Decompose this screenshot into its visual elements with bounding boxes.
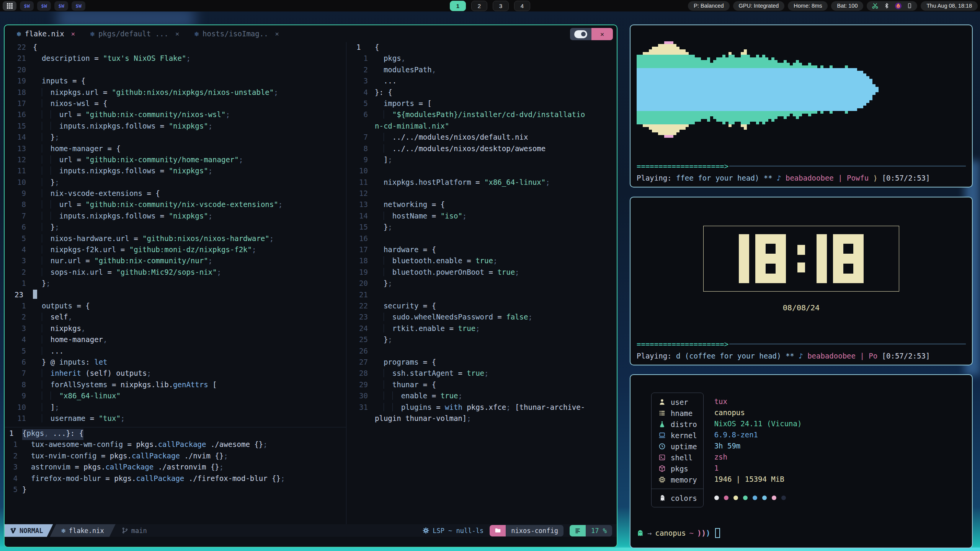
titlebar-toggle-button[interactable]: [570, 28, 591, 40]
line-number: 2: [5, 313, 33, 324]
fetch-value-shell: zsh: [714, 452, 802, 463]
pane-iso-image[interactable]: 1{1 pkgs,2 modulesPath,3 ...4}: {5 impor…: [346, 42, 617, 524]
list-icon: [658, 409, 666, 417]
song-title-2: d (coffee for your head) **: [676, 352, 799, 360]
line-number: 13: [5, 144, 33, 155]
prompt-arrow: →: [647, 529, 652, 537]
line-number: 5: [5, 347, 33, 358]
titlebar-close-button[interactable]: ✕: [591, 28, 613, 40]
fetch-terminal: userhnamedistrokerneluptimeshellpkgsmemo…: [630, 374, 973, 548]
gpu-widget[interactable]: GPU: Integrated: [733, 1, 785, 11]
workspace-icon-1[interactable]: $W: [20, 1, 34, 11]
power-profile-widget[interactable]: P: Balanced: [688, 1, 729, 11]
terminal-cursor: [715, 528, 720, 538]
line-number: 17: [5, 99, 33, 110]
line-number: 6: [5, 223, 33, 234]
line-number: 11: [5, 166, 33, 178]
code-line: 1{pkgs, ...}: {: [5, 429, 346, 440]
tab-close-icon[interactable]: ✕: [71, 30, 75, 37]
scissors-icon[interactable]: [872, 2, 879, 9]
command-line[interactable]: [5, 537, 617, 547]
code-line: 17 nixos-wsl = {: [5, 99, 346, 110]
flame-icon[interactable]: [895, 2, 902, 10]
line-number: 15: [5, 122, 33, 133]
line-number: 26: [346, 347, 375, 358]
tab-hosts-isoImag-[interactable]: ❄hosts/isoImag..✕: [194, 29, 279, 38]
mode-label: NORMAL: [20, 527, 43, 535]
clock-content[interactable]: 08/08/24 ====================> Playing: …: [630, 197, 972, 365]
workspace-icon-3[interactable]: $W: [54, 1, 68, 11]
visualizer-terminal: ====================> Playing: ffee for …: [630, 24, 973, 187]
shell-prompt[interactable]: → canopus ~ ))): [637, 528, 966, 538]
line-number: 7: [5, 212, 33, 223]
line-number: 4: [5, 474, 22, 485]
line-number: 5: [5, 234, 33, 245]
code-line: 3 ...: [346, 77, 617, 88]
phone-icon[interactable]: [907, 2, 912, 9]
song-time: [0:57/2:53]: [877, 174, 930, 182]
clock-widget[interactable]: Thu Aug 08, 18:18: [921, 1, 978, 11]
code-line: 10 ];: [5, 403, 346, 414]
song-artist: beabadoobee | Powfu: [781, 174, 873, 182]
workspace-icon-2[interactable]: $W: [37, 1, 51, 11]
code-line: 4 nixpkgs-f2k.url = "github:moni-dz/nixp…: [5, 245, 346, 256]
code-line: 21 description = "tux's NixOS Flake";: [5, 54, 346, 65]
tag-1[interactable]: 1: [450, 1, 466, 11]
line-number: 17: [346, 245, 375, 256]
app-grid-icon[interactable]: [3, 1, 16, 11]
editor-splits: 22{21 description = "tux's NixOS Flake";…: [5, 42, 617, 524]
clock-colon: [797, 234, 805, 283]
tab-pkgs-default-[interactable]: ❄pkgs/default ...✕: [90, 29, 179, 38]
code-line: 20: [5, 65, 346, 77]
pane-pkgs-default[interactable]: 1{pkgs, ...}: {1 tux-awesome-wm-config =…: [5, 427, 346, 524]
code-line: 5 imports = [: [346, 99, 617, 110]
line-number: 1: [5, 440, 22, 451]
line-number: 31: [346, 403, 375, 414]
line-number: 16: [346, 234, 375, 245]
code-line: 4 home-manager,: [5, 335, 346, 346]
tab-close-icon[interactable]: ✕: [275, 30, 279, 37]
line-number: 4: [5, 335, 33, 346]
code-line: 13 home-manager = {: [5, 144, 346, 155]
fetch-value-memory: 1946 | 15394 MiB: [714, 474, 802, 485]
tag-2[interactable]: 2: [471, 1, 487, 11]
code-line: 17 hardware = {: [346, 245, 617, 256]
code-line: 19 inputs = {: [5, 77, 346, 88]
code-line: 22{: [5, 43, 346, 54]
song-progress-2: ====================>: [637, 340, 966, 348]
code-line: 3 astronvim = pkgs.callPackage ./astronv…: [5, 463, 346, 474]
line-number: 18: [5, 88, 33, 99]
code-line: 30 enable = true;: [346, 391, 617, 403]
code-line: 3 nixpkgs,: [5, 324, 346, 335]
line-number: 19: [5, 77, 33, 88]
music-note-icon: ♪: [777, 174, 781, 182]
bluetooth-icon[interactable]: [884, 2, 890, 9]
chip-icon: [658, 476, 666, 483]
toggle-switch-icon: [574, 30, 587, 38]
tag-4[interactable]: 4: [514, 1, 530, 11]
fetch-labels-box: userhnamedistrokerneluptimeshellpkgsmemo…: [651, 393, 704, 507]
tag-3[interactable]: 3: [493, 1, 509, 11]
pane-flake-nix[interactable]: 22{21 description = "tux's NixOS Flake";…: [5, 42, 346, 427]
music-note-icon-2: ♪: [799, 352, 803, 360]
line-number: 30: [346, 391, 375, 403]
visualizer-content[interactable]: ====================> Playing: ffee for …: [630, 25, 972, 187]
line-number: 4: [346, 88, 375, 99]
code-line: 13 networking = {: [346, 200, 617, 211]
fetch-content[interactable]: userhnamedistrokerneluptimeshellpkgsmemo…: [630, 375, 972, 548]
prompt-chevrons: ))): [697, 529, 710, 537]
tab-close-icon[interactable]: ✕: [175, 30, 179, 37]
line-number: 19: [346, 268, 375, 279]
code-line: 5 ...: [5, 347, 346, 358]
fetch-value-pkgs: 1: [714, 463, 802, 474]
line-number: 1: [5, 302, 33, 313]
top-bar: $W$W$W$W 1234 P: Balanced GPU: Integrate…: [0, 0, 980, 11]
prompt-path: ~: [689, 529, 694, 537]
tab-label: flake.nix: [25, 29, 64, 38]
chevron-separator: ⟩: [873, 174, 877, 182]
workspace-icon-4[interactable]: $W: [72, 1, 85, 11]
code-line: 16 url = "github:nix-community/nixos-wsl…: [5, 110, 346, 121]
tab-flake-nix[interactable]: ❄flake.nix✕: [17, 29, 75, 38]
line-number: 16: [5, 110, 33, 121]
system-tray: [867, 1, 917, 11]
